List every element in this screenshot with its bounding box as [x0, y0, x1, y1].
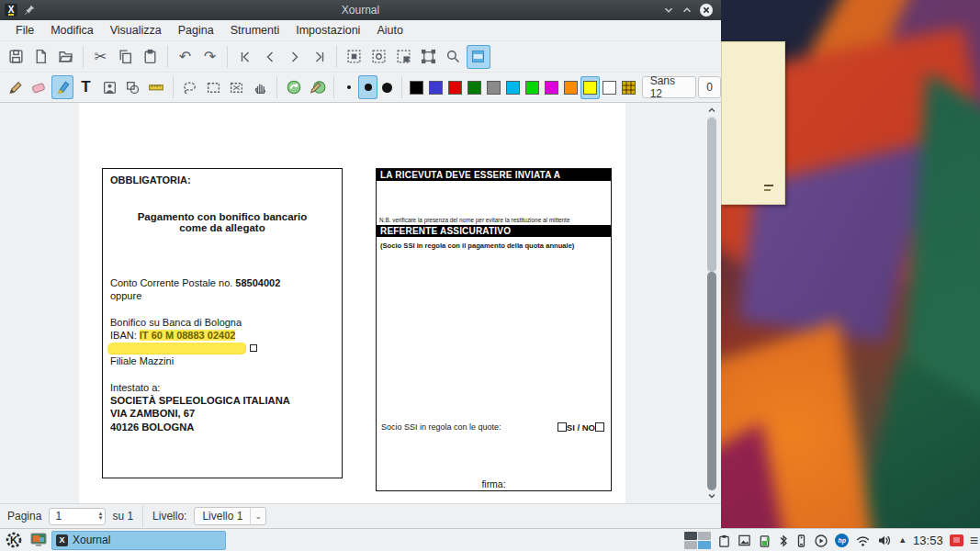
- zoom-tool-icon[interactable]: [442, 45, 466, 69]
- previous-page-button[interactable]: [258, 45, 282, 69]
- new-page-button[interactable]: [29, 45, 53, 69]
- document-page[interactable]: OBBLIGATORIA: Pagamento con bonifico ban…: [79, 103, 625, 503]
- zoom-original-icon[interactable]: [367, 45, 391, 69]
- color-swatch-00b7eb[interactable]: [503, 76, 523, 99]
- checkbox-si[interactable]: [558, 422, 567, 432]
- desktop-wallpaper: [721, 0, 980, 528]
- layer-dropdown[interactable]: Livello 1 ⌄: [194, 507, 266, 525]
- color-swatch-000000[interactable]: [407, 76, 426, 99]
- pen-size-thick[interactable]: [377, 75, 397, 99]
- color-swatch-pattern[interactable]: [619, 76, 638, 99]
- rect-select-icon[interactable]: [202, 75, 225, 99]
- canvas-area[interactable]: OBBLIGATORIA: Pagamento con bonifico ban…: [0, 103, 704, 503]
- color-swatch-ff8c00[interactable]: [561, 76, 580, 99]
- menu-aiuto[interactable]: Aiuto: [368, 21, 411, 39]
- bluetooth-tray-icon[interactable]: [778, 534, 789, 548]
- scroll-up-icon[interactable]: [706, 105, 717, 116]
- device-tray-icon[interactable]: [795, 534, 807, 548]
- ruler-tool-icon[interactable]: [145, 75, 168, 99]
- text-tool-icon[interactable]: T: [74, 75, 97, 99]
- pen-tool-icon[interactable]: [5, 75, 28, 99]
- menu-strumenti[interactable]: Strumenti: [222, 21, 288, 39]
- last-page-button[interactable]: [308, 45, 332, 69]
- red-folder-icon[interactable]: [950, 534, 963, 546]
- color-swatch-007a00[interactable]: [465, 76, 484, 99]
- volume-tray-icon[interactable]: [877, 534, 892, 547]
- svg-text:K: K: [10, 534, 17, 545]
- redo-icon[interactable]: ↷: [198, 45, 222, 69]
- next-page-button[interactable]: [283, 45, 307, 69]
- close-button[interactable]: [699, 3, 714, 17]
- pen-size-fine[interactable]: [339, 75, 358, 99]
- page-width-button[interactable]: [467, 45, 490, 69]
- left-box-heading: OBBLIGATORIA:: [110, 174, 191, 186]
- eraser-tool-icon[interactable]: [28, 75, 51, 99]
- pen-size-medium[interactable]: [358, 75, 377, 99]
- zoom-in-icon[interactable]: [392, 45, 416, 69]
- hand-tool-icon[interactable]: [249, 75, 272, 99]
- scroll-down-icon[interactable]: [706, 490, 717, 501]
- page-number-input[interactable]: 1 ▲▼: [49, 508, 106, 525]
- lasso-select-icon[interactable]: [178, 75, 201, 99]
- statusbar: Pagina 1 ▲▼ su 1 Livello: Livello 1 ⌄: [0, 503, 721, 528]
- virtual-desktop-pager[interactable]: [684, 532, 711, 549]
- image-tool-icon[interactable]: [98, 75, 121, 99]
- payment-title-line1: Pagamento con bonifico bancario: [103, 211, 342, 222]
- open-button[interactable]: [54, 45, 78, 69]
- oppure-text: oppure: [110, 290, 141, 301]
- color-swatch-00d800[interactable]: [523, 76, 542, 99]
- org-address2: 40126 BOLOGNA: [110, 422, 194, 433]
- clipboard-tray-icon[interactable]: [717, 534, 731, 548]
- sticky-note-widget[interactable]: [721, 41, 785, 205]
- bank-line: Bonifico su Banca di Bologna: [110, 317, 242, 328]
- scrollbar-thumb[interactable]: [707, 272, 716, 490]
- highlighter-tool-icon[interactable]: [51, 75, 74, 99]
- shape-tool-icon[interactable]: [121, 75, 144, 99]
- color-swatch-ffff00[interactable]: [580, 76, 600, 99]
- intestato-label: Intestato a:: [110, 382, 160, 393]
- media-player-tray-icon[interactable]: [814, 534, 828, 548]
- save-button[interactable]: [5, 45, 28, 69]
- note-resize-handle[interactable]: [762, 184, 775, 193]
- window-title: Xournal: [0, 4, 721, 17]
- font-button[interactable]: Sans 12: [642, 76, 697, 98]
- titlebar[interactable]: X Xournal: [0, 0, 721, 20]
- panel-menu-icon[interactable]: ≡: [970, 534, 978, 548]
- tray-expand-icon[interactable]: ▲: [898, 536, 907, 545]
- hp-tray-icon[interactable]: hp: [835, 534, 849, 547]
- checkbox-no[interactable]: [595, 422, 604, 432]
- kde-menu-button[interactable]: K: [5, 531, 23, 549]
- screenshot-tray-icon[interactable]: [738, 534, 751, 547]
- menu-impostazioni[interactable]: Impostazioni: [287, 21, 368, 39]
- undo-icon[interactable]: ↶: [174, 45, 197, 69]
- paste-button[interactable]: [139, 45, 163, 69]
- menu-file[interactable]: File: [7, 21, 42, 39]
- si-no-label: SI / NO: [567, 422, 595, 433]
- taskbar-clock[interactable]: 13:53: [913, 534, 943, 547]
- color-swatch-3b3bd0[interactable]: [426, 76, 445, 99]
- vertical-scrollbar[interactable]: [706, 103, 717, 503]
- color-swatch-8a8a8a[interactable]: [484, 76, 503, 99]
- ruled-pen-icon[interactable]: [306, 75, 329, 99]
- zoom-fit-icon[interactable]: [417, 45, 441, 69]
- font-size-button[interactable]: 0: [698, 76, 721, 98]
- region-select-icon[interactable]: [226, 75, 249, 99]
- show-desktop-button[interactable]: [30, 533, 47, 547]
- cut-icon[interactable]: ✂: [89, 45, 113, 69]
- menu-pagina[interactable]: Pagina: [170, 21, 222, 39]
- first-page-button[interactable]: [233, 45, 257, 69]
- menu-visualizza[interactable]: Visualizza: [102, 21, 170, 39]
- shape-recognizer-icon[interactable]: [283, 75, 306, 99]
- menu-modifica[interactable]: Modifica: [42, 21, 102, 39]
- taskbar-task-xournal[interactable]: X Xournal: [51, 531, 226, 550]
- wifi-tray-icon[interactable]: [855, 534, 871, 547]
- page-count-label: su 1: [112, 510, 133, 523]
- copy-button[interactable]: [114, 45, 138, 69]
- color-swatch-ffffff[interactable]: [600, 76, 619, 99]
- maximize-button[interactable]: [681, 4, 693, 17]
- color-swatch-dd00dd[interactable]: [542, 76, 561, 99]
- color-swatch-e00000[interactable]: [445, 76, 465, 99]
- zoom-out-icon[interactable]: [343, 45, 366, 69]
- minimize-button[interactable]: [662, 4, 675, 17]
- battery-tray-icon[interactable]: [758, 534, 772, 548]
